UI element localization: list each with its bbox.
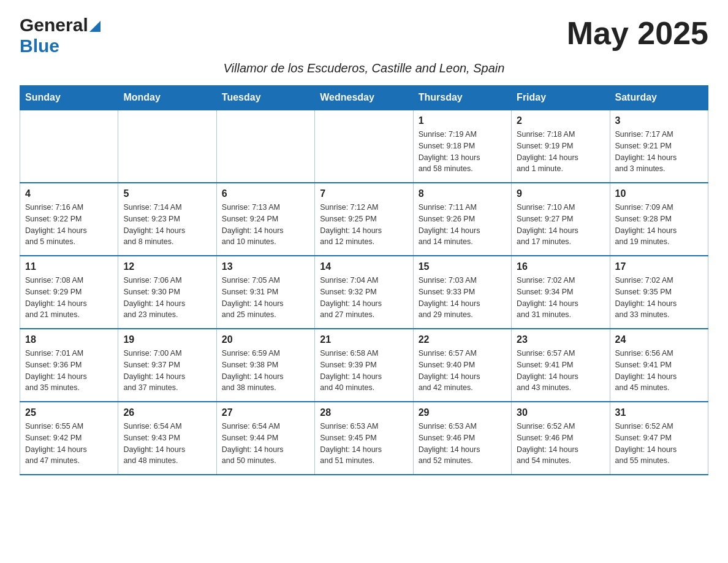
calendar-day-cell (118, 110, 216, 183)
calendar-day-cell: 3Sunrise: 7:17 AM Sunset: 9:21 PM Daylig… (610, 110, 708, 183)
day-number: 20 (222, 334, 309, 345)
day-info: Sunrise: 7:03 AM Sunset: 9:33 PM Dayligh… (419, 275, 506, 321)
day-info: Sunrise: 7:00 AM Sunset: 9:37 PM Dayligh… (123, 348, 211, 394)
day-number: 30 (517, 407, 604, 418)
calendar-day-cell: 30Sunrise: 6:52 AM Sunset: 9:46 PM Dayli… (512, 402, 610, 475)
day-number: 3 (615, 115, 703, 126)
calendar-day-cell: 19Sunrise: 7:00 AM Sunset: 9:37 PM Dayli… (118, 329, 216, 402)
day-number: 17 (615, 261, 703, 272)
day-number: 28 (320, 407, 408, 418)
day-info: Sunrise: 6:59 AM Sunset: 9:38 PM Dayligh… (222, 348, 309, 394)
calendar-week-row: 4Sunrise: 7:16 AM Sunset: 9:22 PM Daylig… (20, 183, 708, 256)
day-number: 6 (222, 188, 309, 199)
day-number: 10 (615, 188, 703, 199)
calendar-day-cell: 6Sunrise: 7:13 AM Sunset: 9:24 PM Daylig… (216, 183, 314, 256)
day-number: 18 (25, 334, 113, 345)
day-number: 23 (517, 334, 604, 345)
calendar-week-row: 1Sunrise: 7:19 AM Sunset: 9:18 PM Daylig… (20, 110, 708, 183)
day-number: 13 (222, 261, 309, 272)
calendar-day-cell: 1Sunrise: 7:19 AM Sunset: 9:18 PM Daylig… (413, 110, 511, 183)
day-of-week-header: Monday (118, 86, 216, 110)
calendar-day-cell: 23Sunrise: 6:57 AM Sunset: 9:41 PM Dayli… (512, 329, 610, 402)
day-number: 15 (419, 261, 506, 272)
day-info: Sunrise: 6:52 AM Sunset: 9:46 PM Dayligh… (517, 421, 604, 467)
calendar-day-cell: 13Sunrise: 7:05 AM Sunset: 9:31 PM Dayli… (216, 256, 314, 329)
day-info: Sunrise: 7:19 AM Sunset: 9:18 PM Dayligh… (419, 129, 506, 175)
day-number: 26 (123, 407, 211, 418)
day-number: 4 (25, 188, 113, 199)
calendar-day-cell: 15Sunrise: 7:03 AM Sunset: 9:33 PM Dayli… (413, 256, 511, 329)
calendar-day-cell: 18Sunrise: 7:01 AM Sunset: 9:36 PM Dayli… (20, 329, 118, 402)
day-of-week-header: Wednesday (315, 86, 413, 110)
calendar-day-cell: 10Sunrise: 7:09 AM Sunset: 9:28 PM Dayli… (610, 183, 708, 256)
day-info: Sunrise: 7:10 AM Sunset: 9:27 PM Dayligh… (517, 202, 604, 248)
calendar-table: SundayMondayTuesdayWednesdayThursdayFrid… (20, 85, 708, 475)
day-info: Sunrise: 7:02 AM Sunset: 9:35 PM Dayligh… (615, 275, 703, 321)
calendar-day-cell: 8Sunrise: 7:11 AM Sunset: 9:26 PM Daylig… (413, 183, 511, 256)
logo-general-text: General (20, 15, 88, 36)
day-number: 12 (123, 261, 211, 272)
day-of-week-header: Friday (512, 86, 610, 110)
calendar-day-cell: 26Sunrise: 6:54 AM Sunset: 9:43 PM Dayli… (118, 402, 216, 475)
day-info: Sunrise: 7:13 AM Sunset: 9:24 PM Dayligh… (222, 202, 309, 248)
day-number: 8 (419, 188, 506, 199)
day-info: Sunrise: 6:54 AM Sunset: 9:44 PM Dayligh… (222, 421, 309, 467)
calendar-day-cell: 22Sunrise: 6:57 AM Sunset: 9:40 PM Dayli… (413, 329, 511, 402)
logo-blue-text: Blue (20, 36, 59, 56)
day-info: Sunrise: 6:52 AM Sunset: 9:47 PM Dayligh… (615, 421, 703, 467)
day-info: Sunrise: 7:14 AM Sunset: 9:23 PM Dayligh… (123, 202, 211, 248)
calendar-week-row: 25Sunrise: 6:55 AM Sunset: 9:42 PM Dayli… (20, 402, 708, 475)
day-info: Sunrise: 7:05 AM Sunset: 9:31 PM Dayligh… (222, 275, 309, 321)
page-header: General Blue May 2025 (20, 15, 708, 56)
calendar-day-cell: 28Sunrise: 6:53 AM Sunset: 9:45 PM Dayli… (315, 402, 413, 475)
day-info: Sunrise: 7:08 AM Sunset: 9:29 PM Dayligh… (25, 275, 113, 321)
calendar-day-cell: 17Sunrise: 7:02 AM Sunset: 9:35 PM Dayli… (610, 256, 708, 329)
day-number: 14 (320, 261, 408, 272)
logo-triangle-icon (89, 21, 100, 32)
day-of-week-header: Tuesday (216, 86, 314, 110)
calendar-day-cell: 25Sunrise: 6:55 AM Sunset: 9:42 PM Dayli… (20, 402, 118, 475)
day-info: Sunrise: 7:04 AM Sunset: 9:32 PM Dayligh… (320, 275, 408, 321)
day-number: 19 (123, 334, 211, 345)
day-info: Sunrise: 7:18 AM Sunset: 9:19 PM Dayligh… (517, 129, 604, 175)
calendar-week-row: 18Sunrise: 7:01 AM Sunset: 9:36 PM Dayli… (20, 329, 708, 402)
day-info: Sunrise: 7:09 AM Sunset: 9:28 PM Dayligh… (615, 202, 703, 248)
day-number: 5 (123, 188, 211, 199)
calendar-day-cell: 7Sunrise: 7:12 AM Sunset: 9:25 PM Daylig… (315, 183, 413, 256)
day-info: Sunrise: 7:17 AM Sunset: 9:21 PM Dayligh… (615, 129, 703, 175)
day-info: Sunrise: 6:55 AM Sunset: 9:42 PM Dayligh… (25, 421, 113, 467)
month-title: May 2025 (567, 15, 708, 52)
day-number: 1 (419, 115, 506, 126)
calendar-day-cell: 24Sunrise: 6:56 AM Sunset: 9:41 PM Dayli… (610, 329, 708, 402)
day-info: Sunrise: 7:01 AM Sunset: 9:36 PM Dayligh… (25, 348, 113, 394)
day-info: Sunrise: 6:53 AM Sunset: 9:46 PM Dayligh… (419, 421, 506, 467)
calendar-day-cell: 16Sunrise: 7:02 AM Sunset: 9:34 PM Dayli… (512, 256, 610, 329)
day-number: 31 (615, 407, 703, 418)
day-info: Sunrise: 6:58 AM Sunset: 9:39 PM Dayligh… (320, 348, 408, 394)
calendar-week-row: 11Sunrise: 7:08 AM Sunset: 9:29 PM Dayli… (20, 256, 708, 329)
day-of-week-header: Saturday (610, 86, 708, 110)
day-number: 11 (25, 261, 113, 272)
day-number: 2 (517, 115, 604, 126)
calendar-day-cell (20, 110, 118, 183)
day-of-week-header: Sunday (20, 86, 118, 110)
calendar-day-cell: 11Sunrise: 7:08 AM Sunset: 9:29 PM Dayli… (20, 256, 118, 329)
day-info: Sunrise: 6:56 AM Sunset: 9:41 PM Dayligh… (615, 348, 703, 394)
calendar-day-cell: 27Sunrise: 6:54 AM Sunset: 9:44 PM Dayli… (216, 402, 314, 475)
day-info: Sunrise: 6:57 AM Sunset: 9:41 PM Dayligh… (517, 348, 604, 394)
day-number: 22 (419, 334, 506, 345)
calendar-day-cell: 5Sunrise: 7:14 AM Sunset: 9:23 PM Daylig… (118, 183, 216, 256)
day-info: Sunrise: 7:06 AM Sunset: 9:30 PM Dayligh… (123, 275, 211, 321)
calendar-day-cell: 31Sunrise: 6:52 AM Sunset: 9:47 PM Dayli… (610, 402, 708, 475)
calendar-day-cell: 29Sunrise: 6:53 AM Sunset: 9:46 PM Dayli… (413, 402, 511, 475)
calendar-day-cell (216, 110, 314, 183)
day-of-week-header: Thursday (413, 86, 511, 110)
calendar-day-cell: 20Sunrise: 6:59 AM Sunset: 9:38 PM Dayli… (216, 329, 314, 402)
day-info: Sunrise: 6:54 AM Sunset: 9:43 PM Dayligh… (123, 421, 211, 467)
calendar-day-cell: 21Sunrise: 6:58 AM Sunset: 9:39 PM Dayli… (315, 329, 413, 402)
day-number: 27 (222, 407, 309, 418)
calendar-header-row: SundayMondayTuesdayWednesdayThursdayFrid… (20, 86, 708, 110)
day-info: Sunrise: 6:53 AM Sunset: 9:45 PM Dayligh… (320, 421, 408, 467)
day-number: 25 (25, 407, 113, 418)
day-info: Sunrise: 7:12 AM Sunset: 9:25 PM Dayligh… (320, 202, 408, 248)
